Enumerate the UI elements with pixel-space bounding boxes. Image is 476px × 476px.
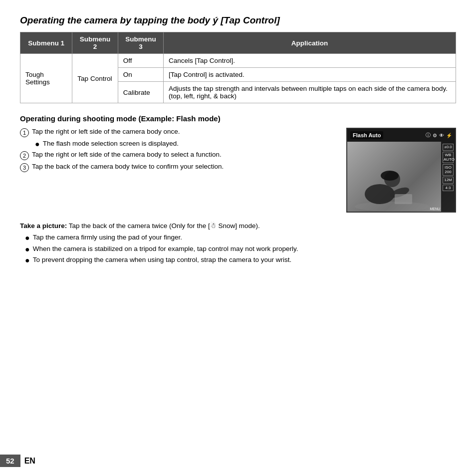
- eye-icon: 👁: [439, 133, 444, 138]
- camera-menu-label: MENU: [430, 207, 440, 211]
- content-row: 1 Tap the right or left side of the came…: [20, 128, 456, 213]
- info-icon: ⓘ: [426, 132, 431, 139]
- sidebar-mp: 12M: [443, 177, 454, 184]
- cell-submenu3-calibrate: Calibrate: [118, 82, 163, 103]
- camera-bg: [347, 142, 455, 212]
- take-picture-rest: Tap the back of the camera twice (Only f…: [67, 222, 259, 230]
- top-bar-icons: ⓘ ⚙ 👁 ⚡: [426, 132, 452, 139]
- sidebar-ratio: 4:3: [443, 185, 454, 192]
- camera-screen: Flash Auto ⓘ ⚙ 👁 ⚡: [346, 128, 456, 213]
- cell-submenu1: Tough Settings: [20, 54, 72, 103]
- cell-app-calibrate: Adjusts the tap strength and intervals b…: [164, 82, 456, 103]
- take-picture-bold: Take a picture:: [20, 222, 67, 230]
- bullet-icon-1: ●: [25, 234, 30, 242]
- bottom-bullet-3-text: To prevent dropping the camera when usin…: [33, 256, 292, 263]
- step-3-text: Tap the back of the camera body twice to…: [32, 163, 224, 170]
- bullet-icon-2: ●: [25, 245, 30, 254]
- settings-icon: ⚙: [433, 133, 437, 138]
- bottom-bullet-1: ● Tap the camera firmly using the pad of…: [25, 234, 456, 242]
- cell-app-off: Cancels [Tap Control].: [164, 54, 456, 68]
- step-1: 1 Tap the right or left side of the came…: [20, 128, 331, 137]
- language-label: EN: [24, 457, 35, 466]
- sidebar-wb: WB AUTO: [443, 152, 454, 163]
- person-svg: [352, 157, 432, 212]
- col-header-submenu1: Submenu 1: [20, 32, 72, 54]
- svg-point-1: [365, 184, 395, 204]
- step-num-1: 1: [20, 128, 29, 137]
- page-number: 52: [0, 455, 20, 467]
- svg-rect-5: [395, 194, 412, 204]
- take-picture-section: Take a picture: Tap the back of the came…: [20, 222, 456, 265]
- text-column: 1 Tap the right or left side of the came…: [20, 128, 331, 175]
- bullet-step1-text: The flash mode selection screen is displ…: [43, 140, 179, 147]
- step-2-text: Tap the right or left side of the camera…: [32, 151, 222, 158]
- camera-screenshot-col: Flash Auto ⓘ ⚙ 👁 ⚡: [346, 128, 456, 213]
- table-row: Tough Settings Tap Control Off Cancels […: [20, 54, 456, 68]
- bottom-bullets: ● Tap the camera firmly using the pad of…: [25, 234, 456, 265]
- page-title: Operating the camera by tapping the body…: [20, 15, 456, 26]
- camera-top-bar: Flash Auto ⓘ ⚙ 👁 ⚡: [347, 129, 455, 142]
- svg-point-0: [355, 202, 430, 212]
- col-header-submenu2: Submenu 2: [72, 32, 118, 54]
- bottom-bullet-1-text: Tap the camera firmly using the pad of y…: [33, 234, 182, 241]
- flash-icon: ⚡: [446, 133, 452, 138]
- bottom-bullet-2-text: When the camera is stabilized on a tripo…: [33, 245, 298, 252]
- page-footer: 52 EN: [0, 455, 35, 467]
- cell-app-on: [Tap Control] is activated.: [164, 68, 456, 82]
- svg-point-3: [381, 171, 399, 181]
- section2-title: Operating during shooting mode (Example:…: [20, 114, 456, 123]
- col-header-application: Application: [164, 32, 456, 54]
- cell-submenu3-on: On: [118, 68, 163, 82]
- col-header-submenu3: Submenu 3: [118, 32, 163, 54]
- bottom-bullet-3: ● To prevent dropping the camera when us…: [25, 256, 456, 265]
- step-3: 3 Tap the back of the camera body twice …: [20, 163, 331, 172]
- page: Operating the camera by tapping the body…: [0, 0, 476, 476]
- bottom-bullet-2: ● When the camera is stabilized on a tri…: [25, 245, 456, 254]
- bullet-step1: ● The flash mode selection screen is dis…: [35, 140, 331, 149]
- sidebar-ev: ±0.0: [443, 144, 454, 151]
- take-picture-text: Take a picture: Tap the back of the came…: [20, 222, 456, 230]
- step-num-3: 3: [20, 163, 29, 172]
- step-2: 2 Tap the right or left side of the came…: [20, 151, 331, 160]
- main-table: Submenu 1 Submenu 2 Submenu 3 Applicatio…: [20, 32, 456, 103]
- cell-submenu2: Tap Control: [72, 54, 118, 103]
- sidebar-iso: ISO 200: [443, 164, 454, 176]
- step-num-2: 2: [20, 151, 29, 160]
- cell-submenu3-off: Off: [118, 54, 163, 68]
- bullet-icon: ●: [35, 140, 40, 149]
- bullet-icon-3: ●: [25, 256, 30, 265]
- camera-right-sidebar: ±0.0 WB AUTO ISO 200 12M 4:3: [441, 142, 455, 212]
- step-1-text: Tap the right or left side of the camera…: [32, 128, 180, 135]
- flash-auto-label: Flash Auto: [350, 131, 383, 139]
